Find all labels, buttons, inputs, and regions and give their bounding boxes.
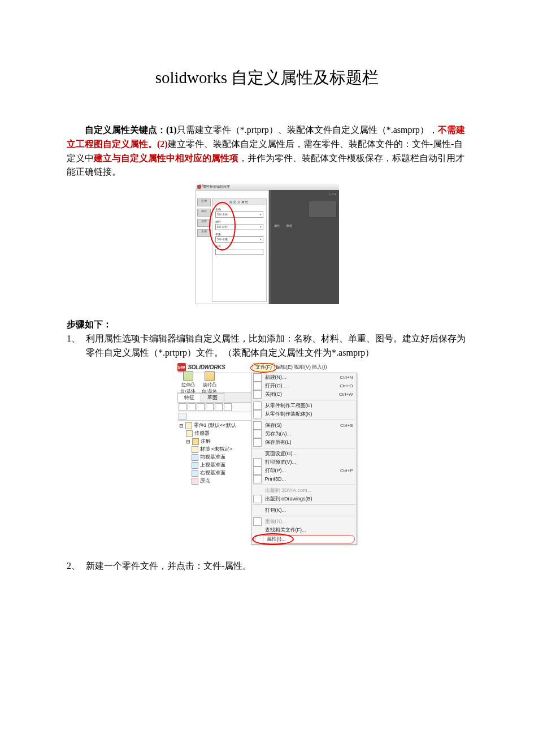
editor-form: 自定义属性 名称 SW-名称 ▾ 材料 SW-材料 ▾	[212, 198, 267, 302]
toolbar-icon[interactable]	[224, 403, 232, 411]
menu-item-icon	[255, 535, 263, 543]
menu-item[interactable]: 新建(N)...Ctrl+N	[251, 373, 357, 382]
toolbar-icon[interactable]	[188, 403, 196, 411]
menu-item-label: 属性(I)...	[267, 535, 351, 543]
tree-label: 传感器	[194, 430, 249, 437]
menu-item-label: 打开(O)...	[265, 382, 337, 390]
tree-item[interactable]: 上视基准面	[179, 461, 249, 469]
side-button[interactable]: 应用	[197, 198, 211, 206]
side-buttons: 应用 保存 另存 关闭	[197, 198, 211, 239]
side-button[interactable]: 另存	[197, 219, 211, 227]
editor-tab: 设定	[196, 184, 268, 189]
menu-item-label: 另存为(A)...	[265, 430, 353, 438]
menu-item[interactable]: 从零件制作装配体(K)	[251, 410, 357, 418]
steps-list-2: 2、 新建一个零件文件，并点击：文件-属性。	[67, 559, 467, 573]
window-controls[interactable]: — □ ×	[329, 192, 337, 196]
menu-item[interactable]: Print3D...	[251, 475, 357, 483]
menu-item[interactable]: 页面设置(G)...	[251, 450, 357, 458]
editor-form-header: 自定义属性	[212, 199, 266, 205]
menu-item[interactable]: 打印(P)...Ctrl+P	[251, 466, 357, 475]
menu-item[interactable]: 从零件制作工程图(E)	[251, 401, 357, 410]
extrude-boss-button[interactable]: 拉伸凸 台/基体	[179, 371, 197, 394]
brand-text: SOLIDWORKS	[188, 364, 225, 370]
right-label-2: 数值	[286, 224, 292, 227]
menu-view[interactable]: 视图(V)	[294, 364, 311, 371]
menu-item[interactable]: 打包(K)...	[251, 506, 357, 515]
menu-item-icon	[253, 466, 262, 475]
menu-file[interactable]: 文件(F)	[253, 363, 275, 371]
tree-item[interactable]: 材质 <未指定>	[179, 446, 249, 453]
intro-red2: 建立与自定义属性中相对应的属性项	[94, 153, 238, 163]
property-editor-window: 属性标签编制程序 设定 应用 保存 另存 关闭 自定义属性 名称 SW-名称	[196, 184, 339, 304]
tree-label: 上视基准面	[200, 461, 249, 469]
side-button[interactable]: 保存	[197, 209, 211, 217]
step-number: 1、	[67, 332, 86, 360]
menu-item-shortcut: Ctrl+N	[340, 375, 353, 380]
menu-item-label: 出版到 eDrawings(B)	[265, 495, 353, 503]
menu-item-icon	[253, 517, 262, 526]
fm-tab-icon[interactable]	[179, 413, 186, 420]
menu-item-icon	[253, 475, 262, 483]
menu-item-label: 新建(N)...	[265, 374, 337, 381]
field-input[interactable]	[215, 249, 263, 255]
intro-t1: 只需建立零件（*.prtprp）、装配体文件自定义属性（*.asmprp），	[177, 125, 438, 135]
btn-line1: 拉伸凸	[179, 382, 197, 388]
menu-item[interactable]: 另存为(A)...	[251, 430, 357, 438]
menu-separator	[253, 504, 355, 505]
material-icon	[192, 446, 198, 453]
toolbar-icon[interactable]	[197, 403, 205, 411]
steps-heading: 步骤如下：	[67, 319, 467, 331]
menu-item-shortcut: Ctrl+W	[339, 392, 353, 397]
tree-root[interactable]: ⊟ 零件1 (默认<<默认	[179, 422, 249, 430]
tree-item[interactable]: 原点	[179, 477, 249, 485]
origin-icon	[192, 478, 198, 485]
menu-item[interactable]: 出版到 eDrawings(B)	[251, 495, 357, 503]
field-value: SW-单重	[217, 237, 228, 242]
menu-item[interactable]: 保存(S)Ctrl+S	[251, 421, 357, 430]
tree-item[interactable]: 右视基准面	[179, 469, 249, 477]
menu-item: 重装(R)...	[251, 517, 357, 526]
field-material: 材料 SW-材料 ▾	[215, 220, 263, 230]
menu-item-icon	[253, 421, 262, 430]
tab-features[interactable]: 特征	[177, 393, 201, 402]
chevron-down-icon: ▾	[260, 224, 262, 230]
plane-icon	[192, 462, 198, 469]
field-input[interactable]: SW-单重 ▾	[215, 236, 263, 243]
menu-item-label: 页面设置(G)...	[265, 450, 353, 457]
menu-item-icon	[253, 382, 262, 390]
tree-item[interactable]: 传感器	[179, 430, 249, 438]
revolve-icon	[205, 371, 215, 381]
menu-item-label: 查找相关文件(F)...	[265, 526, 353, 534]
plane-icon	[192, 454, 198, 461]
tab-sketch[interactable]: 草图	[201, 393, 224, 402]
feature-tree: ⊟ 零件1 (默认<<默认 传感器 ⊟ 注解	[177, 421, 251, 486]
field-label: 材料	[215, 220, 263, 223]
menu-item[interactable]: 保存所有(L)	[251, 438, 357, 447]
figure-2-wrap: SW SOLIDWORKS 拉伸凸 台/基体 旋转凸 台/基体	[67, 362, 467, 545]
toolbar-icon[interactable]	[215, 403, 223, 411]
tree-item[interactable]: ⊟ 注解	[179, 438, 249, 446]
menu-item-label: 关闭(C)	[265, 391, 336, 398]
menu-item-icon	[253, 495, 262, 503]
toolbar-icon[interactable]	[179, 403, 186, 411]
toolbar-icon[interactable]	[206, 403, 214, 411]
intro-paragraph: 自定义属性关键点：(1)只需建立零件（*.prtprp）、装配体文件自定义属性（…	[67, 123, 467, 179]
menu-item[interactable]: 属性(I)...	[253, 535, 355, 543]
menu-item[interactable]: 打开(O)...Ctrl+O	[251, 382, 357, 390]
menu-edit[interactable]: 编辑(E)	[276, 364, 293, 371]
revolve-boss-button[interactable]: 旋转凸 台/基体	[201, 371, 219, 394]
side-button[interactable]: 关闭	[197, 229, 211, 237]
menu-item-icon	[253, 390, 262, 399]
field-value: SW-名称	[217, 212, 228, 217]
cm-tabs: 特征 草图	[177, 393, 251, 403]
menu-item[interactable]: 关闭(C)Ctrl+W	[251, 390, 357, 399]
menu-insert[interactable]: 插入(I)	[312, 364, 327, 371]
field-input[interactable]: SW-名称 ▾	[215, 211, 263, 218]
command-manager-row: 拉伸凸 台/基体 旋转凸 台/基体	[177, 373, 251, 393]
menu-item-label: 保存所有(L)	[265, 439, 353, 446]
field-input[interactable]: SW-材料 ▾	[215, 224, 263, 230]
menu-item-label: 重装(R)...	[265, 518, 353, 525]
menu-item[interactable]: 查找相关文件(F)...	[251, 526, 357, 534]
menu-item[interactable]: 打印预览(V)...	[251, 458, 357, 466]
tree-item[interactable]: 前视基准面	[179, 453, 249, 461]
